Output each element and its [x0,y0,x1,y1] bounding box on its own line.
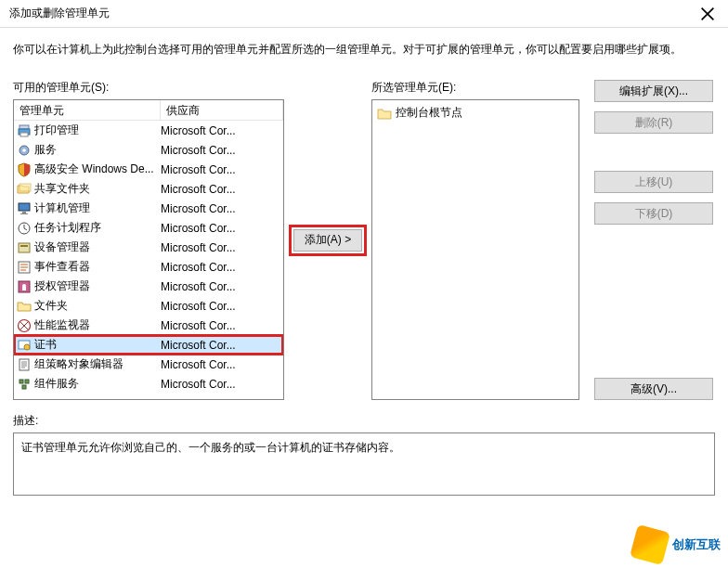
description-label: 描述: [13,413,715,429]
list-row[interactable]: 组策略对象编辑器Microsoft Cor... [14,355,283,374]
remove-button[interactable]: 删除(R) [594,111,713,134]
snapin-name: 共享文件夹 [34,181,161,197]
gear-icon [16,143,32,158]
snapin-vendor: Microsoft Cor... [161,378,283,391]
advanced-button[interactable]: 高级(V)... [594,378,713,400]
cert-icon [16,338,32,353]
list-row[interactable]: 高级安全 Windows De...Microsoft Cor... [14,160,283,179]
snapin-vendor: Microsoft Cor... [161,144,283,157]
snapin-name: 性能监视器 [34,317,161,333]
folder-icon [377,107,392,120]
window-title: 添加或删除管理单元 [9,6,686,21]
snapin-name: 高级安全 Windows De... [34,161,161,177]
printer-icon [16,123,32,138]
close-icon [700,6,715,21]
list-row[interactable]: 服务Microsoft Cor... [14,140,283,160]
available-list[interactable]: 管理单元 供应商 打印管理Microsoft Cor...服务Microsoft… [13,99,284,400]
logo-icon [630,524,670,565]
snapin-name: 打印管理 [34,123,161,138]
snapin-vendor: Microsoft Cor... [161,202,283,215]
list-row[interactable]: 计算机管理Microsoft Cor... [14,199,283,218]
perf-icon [16,318,32,333]
snapin-name: 证书 [34,337,161,353]
snapin-vendor: Microsoft Cor... [161,319,283,332]
list-row[interactable]: 事件查看器Microsoft Cor... [14,257,283,277]
snapin-name: 事件查看器 [34,259,161,275]
authlock-icon [16,279,32,294]
component-icon [16,377,32,392]
available-label: 可用的管理单元(S): [13,80,284,96]
snapin-name: 文件夹 [34,298,161,314]
move-down-button[interactable]: 下移(D) [594,202,713,225]
list-row[interactable]: 授权管理器Microsoft Cor... [14,277,283,296]
policy-icon [16,357,32,372]
move-up-button[interactable]: 上移(U) [594,171,713,193]
snapin-name: 组策略对象编辑器 [34,356,161,372]
list-row[interactable]: 证书Microsoft Cor... [14,335,283,355]
snapin-vendor: Microsoft Cor... [161,261,283,274]
list-header: 管理单元 供应商 [14,100,283,121]
snapin-name: 计算机管理 [34,200,161,216]
snapin-vendor: Microsoft Cor... [161,300,283,313]
snapin-name: 设备管理器 [34,239,161,255]
snapin-vendor: Microsoft Cor... [161,241,283,254]
eventlog-icon [16,260,32,275]
list-row[interactable]: 设备管理器Microsoft Cor... [14,238,283,257]
snapin-vendor: Microsoft Cor... [161,358,283,371]
close-button[interactable] [686,0,728,28]
tree-root-label: 控制台根节点 [396,105,462,121]
add-button-highlight: 添加(A) > [289,225,367,256]
header-name[interactable]: 管理单元 [14,100,161,120]
clock-icon [16,221,32,236]
device-icon [16,240,32,255]
description-text: 证书管理单元允许你浏览自己的、一个服务的或一台计算机的证书存储内容。 [21,441,400,454]
snapin-vendor: Microsoft Cor... [161,222,283,235]
watermark-logo: 创新互联 [626,522,728,568]
computer-icon [16,201,32,216]
tree-root-item[interactable]: 控制台根节点 [375,103,576,123]
add-button[interactable]: 添加(A) > [293,229,362,252]
snapin-name: 组件服务 [34,376,161,392]
list-row[interactable]: 共享文件夹Microsoft Cor... [14,179,283,199]
titlebar: 添加或删除管理单元 [0,0,728,28]
shield-icon [16,162,32,177]
list-row[interactable]: 组件服务Microsoft Cor... [14,374,283,394]
list-row[interactable]: 性能监视器Microsoft Cor... [14,316,283,335]
snapin-vendor: Microsoft Cor... [161,163,283,176]
snapin-name: 任务计划程序 [34,220,161,236]
logo-text: 创新互联 [672,536,721,553]
edit-extensions-button[interactable]: 编辑扩展(X)... [594,80,713,102]
list-row[interactable]: 打印管理Microsoft Cor... [14,121,283,140]
folder-icon [16,299,32,314]
snapin-name: 授权管理器 [34,278,161,294]
list-row[interactable]: 任务计划程序Microsoft Cor... [14,218,283,238]
list-row[interactable]: 文件夹Microsoft Cor... [14,296,283,316]
dialog-subtitle: 你可以在计算机上为此控制台选择可用的管理单元并配置所选的一组管理单元。对于可扩展… [13,41,715,58]
description-box: 证书管理单元允许你浏览自己的、一个服务的或一台计算机的证书存储内容。 [13,432,715,496]
snapin-vendor: Microsoft Cor... [161,339,283,352]
selected-label: 所选管理单元(E): [371,80,579,96]
snapin-name: 服务 [34,142,161,158]
folders-icon [16,182,32,197]
snapin-vendor: Microsoft Cor... [161,183,283,196]
header-vendor[interactable]: 供应商 [161,100,283,120]
snapin-vendor: Microsoft Cor... [161,124,283,137]
snapin-vendor: Microsoft Cor... [161,280,283,293]
selected-tree[interactable]: 控制台根节点 [371,99,579,400]
